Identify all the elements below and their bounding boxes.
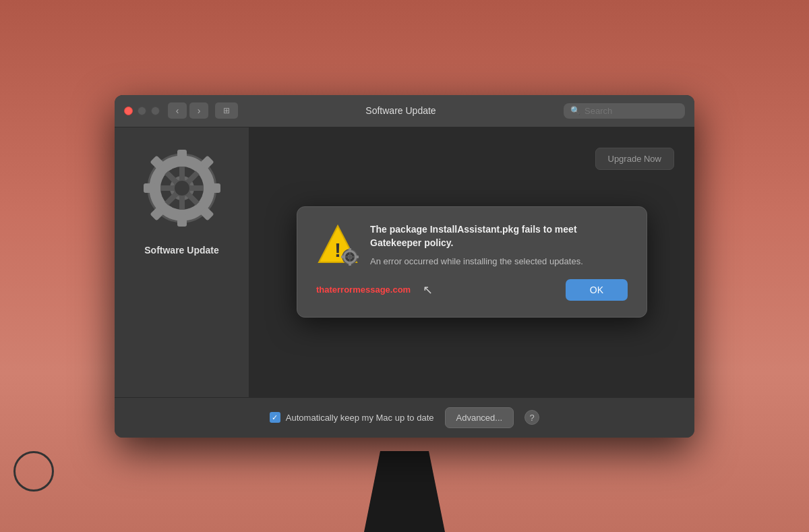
- window-title: Software Update: [238, 105, 564, 116]
- alert-text-area: The package InstallAssistant.pkg fails t…: [370, 223, 628, 268]
- minimize-button[interactable]: [138, 107, 146, 115]
- svg-rect-5: [144, 183, 156, 193]
- svg-rect-4: [177, 214, 187, 227]
- advanced-button[interactable]: Advanced...: [445, 407, 514, 428]
- grid-view-button[interactable]: ⊞: [215, 102, 238, 119]
- alert-body: An error occurred while installing the s…: [370, 255, 628, 268]
- svg-rect-24: [355, 256, 359, 258]
- back-button[interactable]: ‹: [168, 102, 187, 119]
- cursor-icon: ↖: [423, 283, 433, 297]
- auto-update-label: Automatically keep my Mac up to date: [286, 413, 434, 423]
- software-update-gear-icon: [138, 144, 226, 232]
- alert-header: !: [316, 223, 628, 268]
- nav-buttons: ‹ ›: [168, 102, 208, 119]
- forward-button[interactable]: ›: [189, 102, 208, 119]
- alert-dialog: !: [297, 206, 647, 318]
- ok-button[interactable]: OK: [566, 279, 628, 301]
- traffic-lights: [124, 107, 160, 115]
- close-button[interactable]: [124, 107, 133, 115]
- mini-gear-icon: [340, 247, 359, 266]
- search-icon: 🔍: [570, 106, 580, 115]
- maximize-button[interactable]: [151, 107, 160, 115]
- title-bar: ‹ › ⊞ Software Update 🔍: [115, 95, 694, 127]
- svg-rect-6: [208, 183, 220, 193]
- monitor-base-circle: [13, 451, 54, 492]
- sidebar: Software Update: [115, 127, 249, 397]
- system-preferences-window: ‹ › ⊞ Software Update 🔍: [115, 95, 694, 438]
- alert-link[interactable]: thaterrormessage.com: [316, 285, 411, 295]
- gear-icon-container: [135, 141, 229, 235]
- svg-rect-22: [349, 262, 351, 266]
- svg-rect-3: [177, 150, 187, 162]
- main-content: Software Update Upgrade Now !: [115, 127, 694, 397]
- auto-update-checkbox[interactable]: ✓: [270, 412, 280, 423]
- alert-footer: thaterrormessage.com ↖ OK: [316, 279, 628, 301]
- svg-point-15: [174, 180, 190, 196]
- auto-update-checkbox-area[interactable]: ✓ Automatically keep my Mac up to date: [270, 412, 434, 423]
- sidebar-label: Software Update: [138, 245, 225, 256]
- svg-rect-23: [341, 256, 344, 258]
- alert-icon: !: [316, 223, 359, 266]
- content-panel: Upgrade Now !: [249, 127, 694, 397]
- help-button[interactable]: ?: [525, 410, 539, 425]
- alert-title: The package InstallAssistant.pkg fails t…: [370, 223, 628, 249]
- bottom-bar: ✓ Automatically keep my Mac up to date A…: [115, 397, 694, 438]
- search-input[interactable]: [585, 106, 678, 116]
- svg-rect-21: [349, 248, 351, 252]
- alert-dialog-overlay: !: [249, 127, 694, 397]
- search-bar[interactable]: 🔍: [564, 103, 685, 119]
